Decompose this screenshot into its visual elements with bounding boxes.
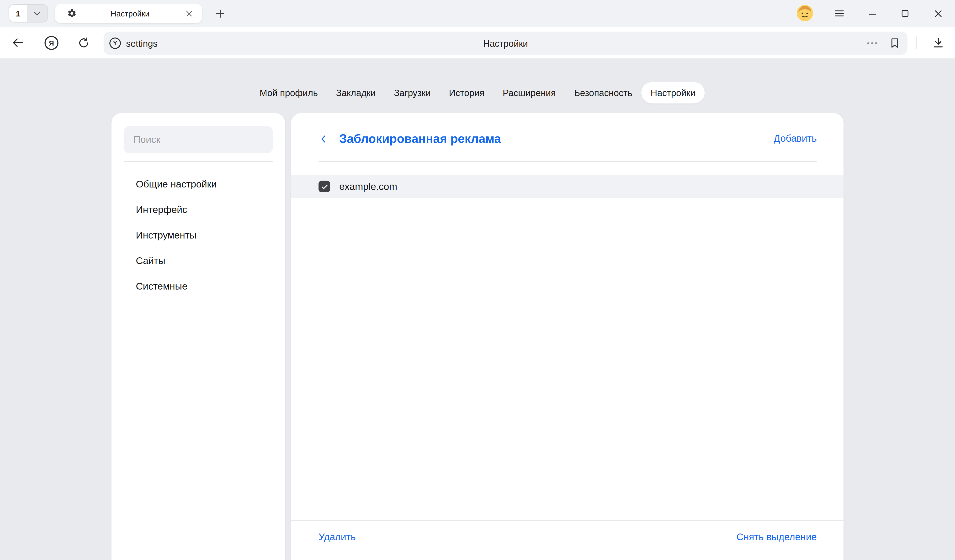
tab-title: Настройки (77, 9, 183, 18)
page-title: Заблокированная реклама (339, 132, 501, 146)
close-icon (932, 8, 944, 19)
list-item[interactable]: example.com (291, 175, 844, 198)
delete-button[interactable]: Удалить (318, 532, 356, 543)
maximize-button[interactable] (894, 0, 916, 27)
address-bar[interactable]: Настройки Y settings (103, 32, 908, 55)
gear-icon (67, 9, 77, 19)
row-checkbox[interactable] (318, 181, 330, 192)
tab-my-profile[interactable]: Мой профиль (250, 82, 327, 103)
settings-sidebar: Общие настройки Интерфейс Инструменты Са… (111, 113, 285, 560)
tab-history[interactable]: История (440, 82, 493, 103)
tab-group-label[interactable]: 1 (9, 5, 27, 22)
yandex-icon: Я (44, 35, 59, 50)
url-text[interactable]: settings (126, 38, 158, 48)
sidebar-item-system[interactable]: Системные (111, 274, 285, 299)
refresh-button[interactable] (71, 31, 96, 55)
new-tab-button[interactable] (211, 5, 229, 22)
refresh-icon (77, 36, 90, 49)
sidebar-item-tools[interactable]: Инструменты (111, 223, 285, 248)
back-arrow-icon (11, 36, 24, 49)
more-icon[interactable] (866, 36, 879, 50)
tab-extensions[interactable]: Расширения (493, 82, 565, 103)
tab-security[interactable]: Безопасность (565, 82, 642, 103)
sidebar-item-interface[interactable]: Интерфейс (111, 197, 285, 223)
sidebar-item-sites[interactable]: Сайты (111, 248, 285, 274)
check-icon (320, 182, 329, 191)
bookmark-icon[interactable] (889, 37, 901, 49)
deselect-button[interactable]: Снять выделение (737, 532, 817, 543)
site-icon: Y (109, 37, 121, 49)
maximize-icon (900, 8, 911, 19)
close-button[interactable] (927, 0, 949, 27)
download-icon (932, 36, 944, 49)
navigation-toolbar: Я Настройки Y settings (0, 27, 955, 59)
svg-text:Я: Я (49, 39, 54, 47)
hamburger-icon (833, 8, 845, 20)
sidebar-item-general[interactable]: Общие настройки (111, 172, 285, 197)
minimize-icon (866, 8, 878, 19)
settings-page: Мой профиль Закладки Загрузки История Ра… (0, 59, 955, 560)
browser-tab-settings[interactable]: Настройки (55, 3, 202, 23)
tab-close-icon[interactable] (183, 8, 195, 19)
back-button[interactable] (5, 31, 30, 55)
sidebar-list: Общие настройки Интерфейс Инструменты Са… (111, 172, 285, 299)
sidebar-divider (124, 161, 273, 162)
add-button[interactable]: Добавить (774, 133, 817, 144)
tab-downloads[interactable]: Загрузки (385, 82, 440, 103)
browser-window: 1 Настройки (0, 0, 955, 560)
tab-bookmarks[interactable]: Закладки (327, 82, 385, 103)
blocked-ads-panel: Заблокированная реклама Добавить example… (291, 113, 844, 560)
search-input[interactable] (124, 126, 273, 153)
chevron-down-icon[interactable] (27, 5, 47, 22)
svg-text:Y: Y (113, 40, 117, 47)
address-page-title: Настройки (103, 38, 908, 48)
avatar[interactable] (797, 5, 813, 21)
menu-button[interactable] (828, 0, 850, 27)
row-label: example.com (339, 181, 397, 192)
tab-settings[interactable]: Настройки (642, 82, 705, 103)
tab-group-control[interactable]: 1 (9, 4, 48, 23)
footer-divider (291, 520, 844, 521)
yandex-home-button[interactable]: Я (39, 31, 63, 55)
minimize-button[interactable] (861, 0, 883, 27)
toolbar-divider (916, 36, 917, 49)
downloads-button[interactable] (926, 31, 950, 55)
tab-bar: 1 Настройки (0, 0, 955, 27)
settings-nav: Мой профиль Закладки Загрузки История Ра… (0, 82, 955, 103)
panel-back-icon[interactable] (318, 134, 329, 144)
panel-header: Заблокированная реклама Добавить (318, 128, 817, 150)
panel-footer: Удалить Снять выделение (318, 527, 817, 547)
header-divider (318, 161, 817, 162)
